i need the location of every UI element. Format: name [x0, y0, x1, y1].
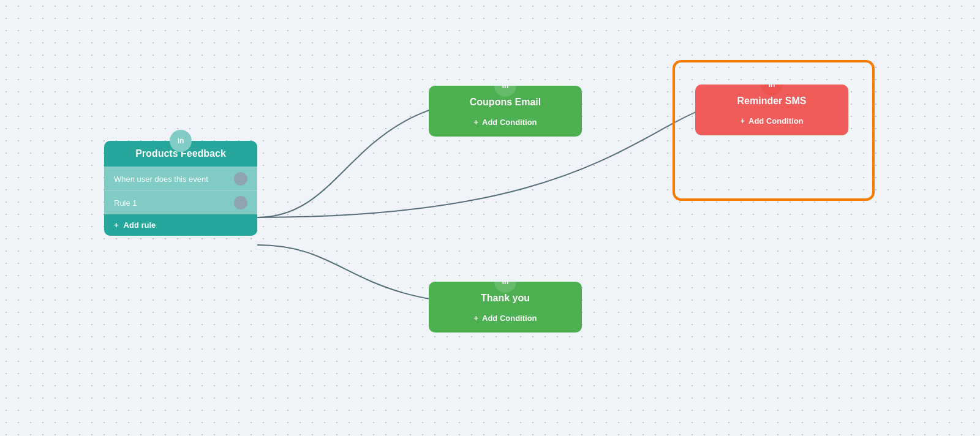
workflow-canvas: in Products Feedback When user does this…: [0, 0, 980, 436]
plus-icon: +: [114, 220, 119, 230]
node-products-feedback[interactable]: in Products Feedback When user does this…: [104, 141, 257, 236]
row-dot-rule1: [234, 196, 247, 209]
in-badge-trigger: in: [170, 130, 192, 152]
thankyou-add-condition-button[interactable]: + Add Condition: [429, 309, 582, 333]
selection-box-reminder-sms: [673, 60, 875, 201]
trigger-row-rule1[interactable]: Rule 1: [104, 190, 257, 214]
trigger-row-event[interactable]: When user does this event: [104, 167, 257, 190]
plus-icon-thankyou: +: [473, 314, 478, 323]
node-coupons-email[interactable]: in Coupons Email + Add Condition: [429, 86, 582, 137]
node-thank-you[interactable]: in Thank you + Add Condition: [429, 282, 582, 333]
plus-icon-coupons: +: [473, 118, 478, 127]
coupons-add-condition-button[interactable]: + Add Condition: [429, 113, 582, 137]
row-dot-event: [234, 172, 247, 186]
trigger-add-rule-button[interactable]: + Add rule: [104, 214, 257, 236]
